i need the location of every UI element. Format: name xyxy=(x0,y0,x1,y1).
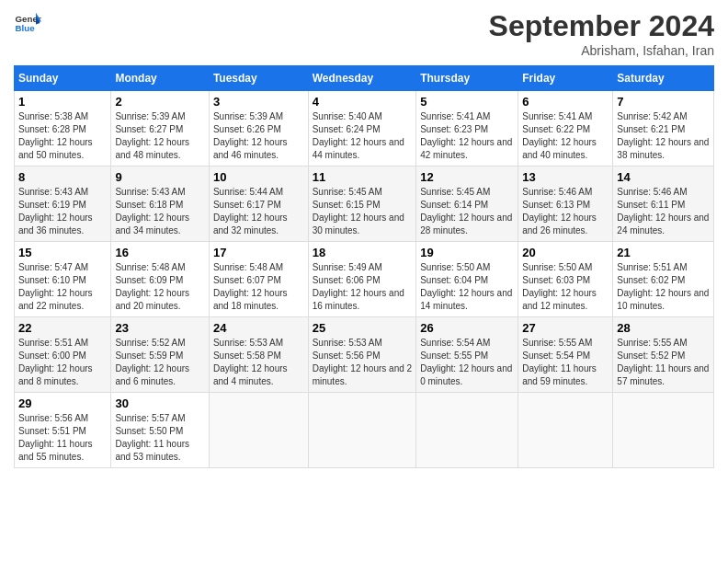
calendar-cell xyxy=(613,393,714,468)
week-row-2: 8 Sunrise: 5:43 AMSunset: 6:19 PMDayligh… xyxy=(15,167,714,242)
calendar-cell: 12 Sunrise: 5:45 AMSunset: 6:14 PMDaylig… xyxy=(416,167,518,242)
day-detail: Sunrise: 5:45 AMSunset: 6:15 PMDaylight:… xyxy=(313,187,404,236)
day-detail: Sunrise: 5:55 AMSunset: 5:54 PMDaylight:… xyxy=(522,338,597,386)
calendar-cell: 1 Sunrise: 5:38 AMSunset: 6:28 PMDayligh… xyxy=(15,91,111,167)
day-detail: Sunrise: 5:42 AMSunset: 6:21 PMDaylight:… xyxy=(617,111,709,160)
page-container: General Blue September 2024 Abrisham, Is… xyxy=(0,0,728,477)
page-header: General Blue September 2024 Abrisham, Is… xyxy=(14,9,714,58)
col-tuesday: Tuesday xyxy=(209,66,308,91)
day-detail: Sunrise: 5:47 AMSunset: 6:10 PMDaylight:… xyxy=(18,262,93,311)
calendar-cell: 29 Sunrise: 5:56 AMSunset: 5:51 PMDaylig… xyxy=(15,393,111,468)
calendar-cell: 6 Sunrise: 5:41 AMSunset: 6:22 PMDayligh… xyxy=(518,91,613,167)
calendar-cell: 8 Sunrise: 5:43 AMSunset: 6:19 PMDayligh… xyxy=(15,167,111,242)
calendar-cell: 14 Sunrise: 5:46 AMSunset: 6:11 PMDaylig… xyxy=(613,167,714,242)
day-number: 6 xyxy=(522,95,609,109)
day-detail: Sunrise: 5:43 AMSunset: 6:19 PMDaylight:… xyxy=(18,187,93,236)
calendar-cell xyxy=(308,393,416,468)
day-detail: Sunrise: 5:44 AMSunset: 6:17 PMDaylight:… xyxy=(213,187,288,236)
calendar-cell: 3 Sunrise: 5:39 AMSunset: 6:26 PMDayligh… xyxy=(209,91,308,167)
day-number: 24 xyxy=(213,321,304,335)
col-friday: Friday xyxy=(518,66,613,91)
day-number: 16 xyxy=(115,246,204,259)
day-detail: Sunrise: 5:51 AMSunset: 6:02 PMDaylight:… xyxy=(617,262,709,311)
header-row: Sunday Monday Tuesday Wednesday Thursday… xyxy=(15,66,714,91)
logo-icon: General Blue xyxy=(14,9,41,37)
day-number: 4 xyxy=(313,95,413,109)
day-detail: Sunrise: 5:50 AMSunset: 6:04 PMDaylight:… xyxy=(420,262,512,311)
day-detail: Sunrise: 5:48 AMSunset: 6:07 PMDaylight:… xyxy=(213,262,288,311)
day-number: 9 xyxy=(115,170,204,184)
calendar-cell: 2 Sunrise: 5:39 AMSunset: 6:27 PMDayligh… xyxy=(111,91,209,167)
day-number: 28 xyxy=(617,321,710,335)
day-detail: Sunrise: 5:55 AMSunset: 5:52 PMDaylight:… xyxy=(617,338,709,386)
calendar-cell: 10 Sunrise: 5:44 AMSunset: 6:17 PMDaylig… xyxy=(209,167,308,242)
day-detail: Sunrise: 5:43 AMSunset: 6:18 PMDaylight:… xyxy=(115,187,189,236)
calendar-cell: 4 Sunrise: 5:40 AMSunset: 6:24 PMDayligh… xyxy=(308,91,416,167)
calendar-cell: 7 Sunrise: 5:42 AMSunset: 6:21 PMDayligh… xyxy=(613,91,714,167)
day-number: 21 xyxy=(617,246,710,259)
col-wednesday: Wednesday xyxy=(308,66,416,91)
day-number: 11 xyxy=(313,170,413,184)
day-number: 30 xyxy=(115,396,204,410)
calendar-cell: 25 Sunrise: 5:53 AMSunset: 5:56 PMDaylig… xyxy=(308,317,416,393)
calendar-cell: 26 Sunrise: 5:54 AMSunset: 5:55 PMDaylig… xyxy=(416,317,518,393)
day-detail: Sunrise: 5:41 AMSunset: 6:23 PMDaylight:… xyxy=(420,111,512,160)
col-saturday: Saturday xyxy=(613,66,714,91)
calendar-cell xyxy=(518,393,613,468)
calendar-cell: 9 Sunrise: 5:43 AMSunset: 6:18 PMDayligh… xyxy=(111,167,209,242)
title-area: September 2024 Abrisham, Isfahan, Iran xyxy=(489,9,714,58)
day-detail: Sunrise: 5:56 AMSunset: 5:51 PMDaylight:… xyxy=(18,413,93,462)
calendar-cell: 23 Sunrise: 5:52 AMSunset: 5:59 PMDaylig… xyxy=(111,317,209,393)
calendar-cell: 16 Sunrise: 5:48 AMSunset: 6:09 PMDaylig… xyxy=(111,242,209,317)
calendar-cell: 5 Sunrise: 5:41 AMSunset: 6:23 PMDayligh… xyxy=(416,91,518,167)
day-detail: Sunrise: 5:54 AMSunset: 5:55 PMDaylight:… xyxy=(420,338,512,386)
calendar-cell: 27 Sunrise: 5:55 AMSunset: 5:54 PMDaylig… xyxy=(518,317,613,393)
day-number: 17 xyxy=(213,246,304,259)
day-number: 26 xyxy=(420,321,514,335)
week-row-3: 15 Sunrise: 5:47 AMSunset: 6:10 PMDaylig… xyxy=(15,242,714,317)
week-row-5: 29 Sunrise: 5:56 AMSunset: 5:51 PMDaylig… xyxy=(15,393,714,468)
week-row-1: 1 Sunrise: 5:38 AMSunset: 6:28 PMDayligh… xyxy=(15,91,714,167)
day-detail: Sunrise: 5:40 AMSunset: 6:24 PMDaylight:… xyxy=(313,111,404,160)
day-detail: Sunrise: 5:53 AMSunset: 5:56 PMDaylight:… xyxy=(313,338,412,386)
day-number: 23 xyxy=(115,321,204,335)
svg-text:Blue: Blue xyxy=(16,23,36,33)
calendar-cell: 22 Sunrise: 5:51 AMSunset: 6:00 PMDaylig… xyxy=(15,317,111,393)
calendar-cell: 24 Sunrise: 5:53 AMSunset: 5:58 PMDaylig… xyxy=(209,317,308,393)
day-detail: Sunrise: 5:38 AMSunset: 6:28 PMDaylight:… xyxy=(18,111,93,160)
calendar-cell: 11 Sunrise: 5:45 AMSunset: 6:15 PMDaylig… xyxy=(308,167,416,242)
day-detail: Sunrise: 5:51 AMSunset: 6:00 PMDaylight:… xyxy=(18,338,93,386)
day-detail: Sunrise: 5:39 AMSunset: 6:26 PMDaylight:… xyxy=(213,111,288,160)
calendar-cell: 20 Sunrise: 5:50 AMSunset: 6:03 PMDaylig… xyxy=(518,242,613,317)
day-detail: Sunrise: 5:49 AMSunset: 6:06 PMDaylight:… xyxy=(313,262,404,311)
col-monday: Monday xyxy=(111,66,209,91)
day-number: 25 xyxy=(313,321,413,335)
month-title: September 2024 xyxy=(489,9,714,43)
day-number: 13 xyxy=(522,170,609,184)
day-number: 19 xyxy=(420,246,514,259)
calendar-cell: 28 Sunrise: 5:55 AMSunset: 5:52 PMDaylig… xyxy=(613,317,714,393)
day-number: 14 xyxy=(617,170,710,184)
day-number: 3 xyxy=(213,95,304,109)
day-detail: Sunrise: 5:52 AMSunset: 5:59 PMDaylight:… xyxy=(115,338,189,386)
day-number: 12 xyxy=(420,170,514,184)
day-detail: Sunrise: 5:50 AMSunset: 6:03 PMDaylight:… xyxy=(522,262,597,311)
day-detail: Sunrise: 5:48 AMSunset: 6:09 PMDaylight:… xyxy=(115,262,189,311)
day-detail: Sunrise: 5:53 AMSunset: 5:58 PMDaylight:… xyxy=(213,338,288,386)
calendar-cell: 15 Sunrise: 5:47 AMSunset: 6:10 PMDaylig… xyxy=(15,242,111,317)
location-subtitle: Abrisham, Isfahan, Iran xyxy=(489,43,714,58)
logo: General Blue xyxy=(14,9,41,37)
day-number: 2 xyxy=(115,95,204,109)
calendar-cell: 18 Sunrise: 5:49 AMSunset: 6:06 PMDaylig… xyxy=(308,242,416,317)
day-number: 22 xyxy=(18,321,107,335)
col-sunday: Sunday xyxy=(15,66,111,91)
day-number: 27 xyxy=(522,321,609,335)
day-detail: Sunrise: 5:39 AMSunset: 6:27 PMDaylight:… xyxy=(115,111,189,160)
calendar-table: Sunday Monday Tuesday Wednesday Thursday… xyxy=(14,65,714,468)
calendar-cell: 21 Sunrise: 5:51 AMSunset: 6:02 PMDaylig… xyxy=(613,242,714,317)
day-number: 15 xyxy=(18,246,107,259)
day-detail: Sunrise: 5:45 AMSunset: 6:14 PMDaylight:… xyxy=(420,187,512,236)
calendar-cell: 17 Sunrise: 5:48 AMSunset: 6:07 PMDaylig… xyxy=(209,242,308,317)
day-detail: Sunrise: 5:41 AMSunset: 6:22 PMDaylight:… xyxy=(522,111,597,160)
day-number: 5 xyxy=(420,95,514,109)
